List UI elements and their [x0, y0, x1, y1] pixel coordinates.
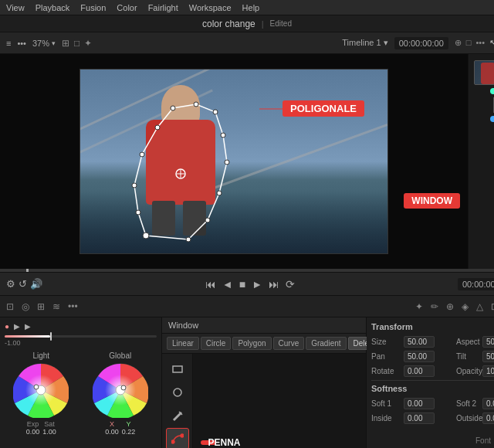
playback-volume-icon[interactable]: 🔊 [30, 278, 42, 290]
svg-point-5 [155, 125, 160, 130]
transform-panel: Transform Size Aspect Pan Tilt [367, 317, 494, 448]
dots-more[interactable]: ••• [17, 39, 26, 48]
cursor-icon[interactable]: ↖ [489, 38, 494, 48]
soft2-label: Soft 2 [456, 399, 479, 408]
tilt-label: Tilt [456, 352, 479, 361]
menu-view[interactable]: View [6, 3, 25, 12]
font-label: Font [475, 436, 491, 445]
global-wheel-stats: X 0.00 Y 0.22 [105, 420, 135, 436]
circle-button[interactable]: Circle [201, 337, 232, 350]
play-skip-back-icon[interactable]: ⏮ [205, 278, 216, 290]
size-row: Size Aspect [371, 336, 494, 348]
global-wheel-label: Global [109, 351, 131, 360]
node-connection-line [493, 97, 494, 113]
video-and-nodes: POLIGONALE WINDOW 01 [0, 54, 494, 269]
zoom-dropdown-icon[interactable]: ▾ [52, 39, 56, 47]
svg-point-24 [121, 385, 126, 390]
tool-icon-4[interactable]: ≋ [52, 301, 60, 312]
stop-icon[interactable]: ■ [239, 278, 245, 290]
inside-row: Inside Outside [371, 412, 494, 424]
tool-icon-r3[interactable]: ⊕ [446, 301, 454, 312]
light-wheel-label: Light [32, 351, 49, 360]
light-wheel-svg[interactable] [13, 362, 69, 418]
tl-icon-r3[interactable]: ••• [475, 38, 485, 48]
tool-icon-r5[interactable]: △ [476, 301, 483, 312]
light-wheel-stats: Exp 0.00 Sat 1.00 [26, 420, 56, 436]
timeline-icon: ≡ [6, 39, 11, 48]
tool-icon-r2[interactable]: ✏ [431, 301, 438, 312]
video-frame: POLIGONALE [80, 69, 388, 254]
tool-icon-1[interactable]: ⊡ [6, 301, 14, 312]
timeline-name[interactable]: Timeline 1 ▾ [342, 38, 387, 48]
svg-point-13 [186, 237, 191, 242]
circle-tool[interactable] [166, 382, 189, 403]
aspect-label: Aspect [456, 338, 479, 346]
tilt-input[interactable] [482, 351, 494, 362]
pan-input[interactable] [404, 351, 435, 362]
playback-loop-icon[interactable]: ↺ [19, 278, 27, 290]
loop-icon[interactable]: ⟳ [286, 278, 295, 290]
node-connector-green[interactable] [490, 88, 494, 94]
tool-icon-r1[interactable]: ✦ [415, 301, 423, 312]
opacity-input[interactable] [482, 365, 494, 377]
polygon-button[interactable]: Polygon [232, 337, 271, 350]
pen-tool[interactable] [166, 405, 189, 426]
scrubber-head[interactable] [26, 269, 29, 272]
menu-help[interactable]: Help [242, 3, 260, 12]
size-input[interactable] [404, 336, 435, 348]
timeline-scrubber[interactable] [0, 269, 494, 272]
tl-icons-left: ⊞ □ ✦ [62, 38, 92, 49]
menu-color[interactable]: Color [117, 3, 137, 12]
gradient-button[interactable]: Gradient [306, 337, 346, 350]
menu-workspace[interactable]: Workspace [189, 3, 232, 12]
global-wheel-svg[interactable] [93, 362, 148, 418]
playback-icons-group: ⚙ ↺ 🔊 [6, 278, 42, 290]
tl-icon-r2[interactable]: □ [466, 38, 472, 48]
play-icon[interactable]: ► [252, 278, 262, 290]
inside-input[interactable] [404, 412, 435, 424]
soft2-input[interactable] [482, 398, 494, 409]
svg-point-26 [174, 389, 181, 396]
svg-point-29 [181, 434, 184, 437]
tool-dots[interactable]: ••• [68, 301, 78, 312]
aspect-input[interactable] [482, 336, 494, 348]
window-canvas[interactable] [193, 354, 366, 448]
cw-icon3[interactable]: ▶ [25, 322, 31, 331]
wheel-container: Light [5, 351, 157, 436]
svg-point-8 [213, 110, 218, 114]
bezier-tool[interactable] [166, 428, 189, 448]
rotate-input[interactable] [404, 365, 435, 377]
play-skip-forward-icon[interactable]: ⏭ [269, 278, 279, 290]
menu-fusion[interactable]: Fusion [80, 3, 106, 12]
playback-settings-icon[interactable]: ⚙ [6, 278, 15, 290]
node-connector-blue[interactable] [490, 116, 494, 122]
cw-icon1[interactable]: ● [5, 322, 9, 331]
linear-button[interactable]: Linear [167, 337, 199, 350]
light-wheel-group: Light [5, 351, 78, 436]
soft1-input[interactable] [404, 398, 435, 409]
tl-icon3[interactable]: ✦ [84, 38, 92, 49]
tl-icon-r1[interactable]: ⊕ [455, 38, 462, 48]
zoom-level[interactable]: 37% ▾ [32, 39, 56, 48]
svg-point-1 [143, 232, 149, 239]
node-thumbnail[interactable]: 01 [474, 60, 494, 85]
penna-label: PENNA [201, 440, 216, 445]
cw-icon2[interactable]: ▶ [14, 322, 20, 331]
soft1-label: Soft 1 [371, 399, 401, 408]
tool-icon-3[interactable]: ⊞ [37, 301, 45, 312]
play-back-icon[interactable]: ◄ [222, 278, 233, 290]
tool-icon-2[interactable]: ◎ [22, 301, 29, 312]
tool-icon-r6[interactable]: ⊡ [491, 301, 494, 312]
softness-title: Softness [371, 384, 494, 393]
outside-input[interactable] [482, 412, 494, 424]
rectangle-tool[interactable] [166, 358, 189, 380]
tl-icon2[interactable]: □ [74, 38, 80, 49]
shape-tools: PENNA [162, 354, 193, 448]
menu-fairlight[interactable]: Fairlight [148, 3, 178, 12]
curve-button[interactable]: Curve [273, 337, 305, 350]
color-wheels-panel: ● ▶ ▶ -1.00 [0, 317, 162, 448]
menu-playback[interactable]: Playback [36, 3, 70, 12]
timeline-time[interactable]: 00:00:00:00 [394, 37, 448, 49]
tl-icon1[interactable]: ⊞ [62, 38, 69, 49]
tool-icon-r4[interactable]: ◈ [462, 301, 469, 312]
